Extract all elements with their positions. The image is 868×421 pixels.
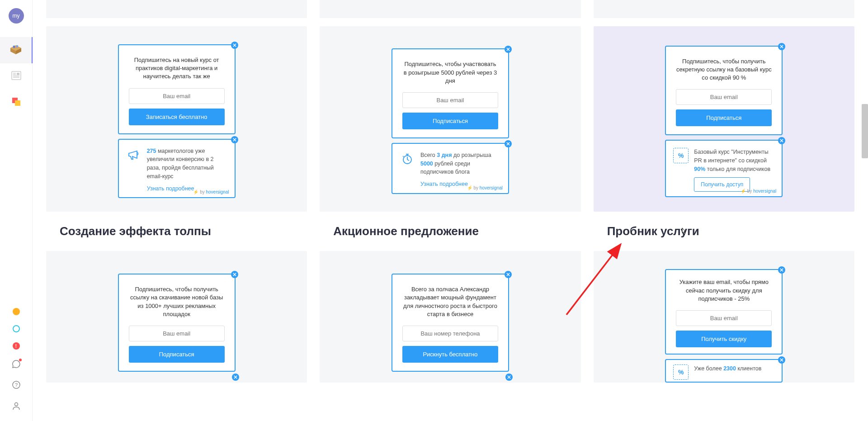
bolt-icon: ⚡ bbox=[741, 189, 746, 194]
email-input[interactable] bbox=[129, 326, 225, 341]
notif-body: 275 маркетологов уже увеличили конверсию… bbox=[147, 147, 227, 193]
notif-link[interactable]: Узнать подробнее bbox=[420, 180, 468, 189]
email-input[interactable] bbox=[676, 310, 772, 326]
scrollbar-thumb[interactable] bbox=[862, 104, 868, 158]
popup-crowd: Подпишитесь на новый курс от практиков d… bbox=[118, 44, 236, 134]
close-icon[interactable] bbox=[778, 43, 785, 50]
notif-body: Базовый курс "Инструменты PR в интернете… bbox=[694, 148, 774, 191]
notif-promo: Всего 3 дня до розыгрыша 5000 рублей сре… bbox=[392, 143, 509, 194]
svg-line-15 bbox=[407, 160, 409, 161]
bolt-icon: ⚡ bbox=[467, 185, 472, 190]
stopwatch-icon bbox=[400, 151, 415, 166]
notif-trial: % Базовый курс "Инструменты PR в интерне… bbox=[665, 140, 783, 197]
notif-row2-right: % Уже более 2300 клиентов bbox=[665, 359, 783, 383]
example-row2-mid: Всего за полчаса Александр закладывает м… bbox=[320, 251, 580, 383]
megaphone-icon bbox=[126, 147, 142, 162]
svg-rect-7 bbox=[17, 73, 19, 75]
svg-rect-9 bbox=[15, 100, 20, 106]
avatar-label: my bbox=[13, 13, 20, 19]
grid-cell-top-3 bbox=[594, 0, 854, 18]
nav-item-news[interactable] bbox=[0, 63, 33, 90]
status-circle-blue[interactable] bbox=[13, 325, 20, 332]
close-icon[interactable] bbox=[505, 374, 513, 381]
percent-icon: % bbox=[673, 148, 689, 163]
nav-item-box[interactable] bbox=[0, 37, 33, 63]
popup-headline: Всего за полчаса Александр закладывает м… bbox=[402, 285, 498, 318]
title-promo: Акционное предложение bbox=[320, 224, 580, 238]
shapes-icon bbox=[11, 97, 21, 109]
svg-rect-2 bbox=[12, 71, 21, 80]
brand-label: ⚡ by hoversignal bbox=[741, 189, 776, 194]
popup-row2-mid: Всего за полчаса Александр закладывает м… bbox=[392, 274, 509, 372]
popup-headline: Подпишитесь, чтобы получить ссылку на ск… bbox=[129, 285, 225, 318]
email-input[interactable] bbox=[402, 92, 498, 108]
notif-text: маркетологов уже увеличили конверсию в 2… bbox=[147, 148, 214, 180]
close-icon[interactable] bbox=[231, 42, 238, 49]
title-crowd: Создание эффекта толпы bbox=[46, 224, 307, 238]
grid-cell-top-1 bbox=[46, 0, 307, 18]
close-icon[interactable] bbox=[505, 140, 512, 147]
cta-button[interactable]: Подписаться bbox=[402, 113, 498, 129]
notif-link[interactable]: Узнать подробнее bbox=[147, 184, 194, 193]
avatar[interactable]: my bbox=[9, 8, 24, 24]
popup-row2-left: Подпишитесь, чтобы получить ссылку на ск… bbox=[118, 274, 236, 372]
popup-trial: Подпишитесь, чтобы получить секретную сс… bbox=[665, 46, 783, 136]
main-content: Подпишитесь на новый курс от практиков d… bbox=[33, 0, 868, 401]
help-icon[interactable]: ? bbox=[12, 380, 21, 391]
close-icon[interactable] bbox=[231, 136, 238, 143]
status-dot-orange[interactable] bbox=[13, 308, 20, 315]
brand-label: ⚡ by hoversignal bbox=[467, 185, 503, 190]
popup-headline: Подпишитесь, чтобы получить секретную сс… bbox=[676, 57, 772, 82]
close-icon[interactable] bbox=[778, 356, 785, 364]
svg-line-18 bbox=[403, 156, 404, 157]
status-dot-red[interactable]: ! bbox=[13, 342, 20, 350]
nav-item-shapes[interactable] bbox=[0, 90, 33, 116]
cta-button[interactable]: Подписаться bbox=[129, 346, 225, 363]
cta-button[interactable]: Записаться бесплатно bbox=[129, 109, 225, 125]
cta-button[interactable]: Рискнуть бесплатно bbox=[402, 346, 498, 363]
notif-crowd: 275 маркетологов уже увеличили конверсию… bbox=[118, 139, 236, 199]
example-row2-right: Укажите ваш email, чтобы прямо сейчас по… bbox=[594, 251, 854, 383]
notif-body: Всего 3 дня до розыгрыша 5000 рублей сре… bbox=[420, 151, 501, 189]
brand-link[interactable]: hoversignal bbox=[206, 189, 229, 194]
popup-headline: Подпишитесь, чтобы участвовать в розыгры… bbox=[402, 60, 498, 85]
phone-input[interactable] bbox=[402, 326, 498, 341]
popup-headline: Подпишитесь на новый курс от практиков d… bbox=[129, 56, 225, 81]
close-icon[interactable] bbox=[231, 271, 238, 278]
close-icon[interactable] bbox=[505, 46, 512, 53]
bolt-icon: ⚡ bbox=[193, 189, 198, 194]
popup-promo: Подпишитесь, чтобы участвовать в розыгры… bbox=[392, 48, 509, 138]
notif-body: Уже более 2300 клиентов bbox=[694, 364, 774, 380]
notif-count: 275 bbox=[147, 148, 156, 154]
example-promo: Подпишитесь, чтобы участвовать в розыгры… bbox=[320, 26, 580, 212]
brand-label: ⚡ by hoversignal bbox=[193, 189, 229, 194]
example-trial[interactable]: Подпишитесь, чтобы получить секретную сс… bbox=[594, 26, 854, 212]
sidebar: my ! ? bbox=[0, 0, 33, 401]
example-row2-left: Подпишитесь, чтобы получить ссылку на ск… bbox=[46, 251, 307, 383]
email-input[interactable] bbox=[676, 89, 772, 105]
svg-rect-1 bbox=[16, 45, 18, 48]
close-icon[interactable] bbox=[505, 271, 512, 278]
popup-headline: Укажите ваш email, чтобы прямо сейчас по… bbox=[676, 278, 772, 303]
svg-text:?: ? bbox=[14, 382, 17, 388]
close-icon[interactable] bbox=[232, 374, 239, 381]
cta-button[interactable]: Получить скидку bbox=[676, 331, 772, 347]
title-trial: Пробник услуги bbox=[594, 224, 854, 238]
example-crowd: Подпишитесь на новый курс от практиков d… bbox=[46, 26, 307, 212]
brand-link[interactable]: hoversignal bbox=[753, 189, 776, 194]
news-icon bbox=[11, 71, 21, 82]
brand-link[interactable]: hoversignal bbox=[480, 185, 503, 190]
cta-button[interactable]: Подписаться bbox=[676, 109, 772, 126]
popup-row2-right: Укажите ваш email, чтобы прямо сейчас по… bbox=[665, 269, 783, 355]
close-icon[interactable] bbox=[778, 137, 785, 144]
close-icon[interactable] bbox=[778, 266, 785, 274]
box-icon bbox=[9, 44, 22, 56]
percent-icon: % bbox=[673, 364, 689, 380]
chat-icon[interactable] bbox=[12, 360, 21, 370]
email-input[interactable] bbox=[129, 88, 225, 104]
grid-cell-top-2 bbox=[320, 0, 580, 18]
